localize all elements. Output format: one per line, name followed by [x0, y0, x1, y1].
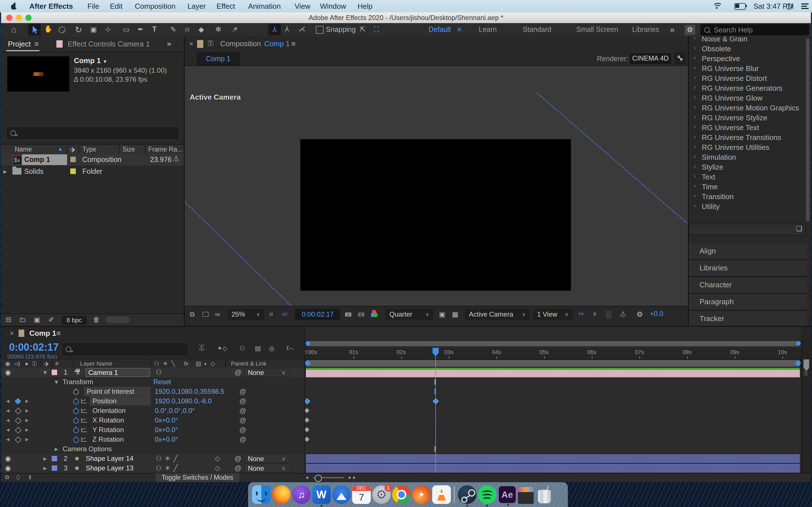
property-pickwhip-icon[interactable]: @ [239, 397, 246, 405]
spotify-dock-icon[interactable] [478, 485, 497, 504]
frame-blending-icon[interactable]: ▤ [255, 344, 261, 353]
row2-label-swatch[interactable] [70, 168, 76, 174]
home-tool[interactable]: ⌂ [11, 25, 16, 34]
panel-align[interactable]: Align [689, 243, 807, 260]
layer-name[interactable]: Shape Layer 14 [86, 455, 133, 462]
close-timeline-icon[interactable]: × [10, 329, 14, 338]
minimized-window-thumbnail[interactable] [518, 487, 534, 504]
system-preferences-dock-icon[interactable]: ⚙ 1 [372, 485, 391, 504]
apple-menu-icon[interactable] [11, 3, 17, 10]
project-panel-menu-icon[interactable]: ≡ [35, 40, 39, 48]
renderer-settings-wrench-icon[interactable]: 🔧︎ [674, 52, 686, 64]
panel-tracker[interactable]: Tracker [689, 311, 807, 326]
lock-icon[interactable]: ⚿ [208, 39, 213, 48]
renderer-button[interactable]: CINEMA 4D [629, 52, 672, 65]
work-area-end-handle[interactable] [796, 360, 801, 365]
roto-brush-tool[interactable]: ✻ [215, 25, 221, 34]
trash-icon[interactable]: 🗑︎ [93, 316, 100, 324]
transparency-grid-icon[interactable]: ▦ [452, 311, 458, 318]
menu-help[interactable]: Help [357, 0, 372, 12]
mask-visibility-icon[interactable]: ▱ [282, 310, 287, 318]
effects-category[interactable]: ›Time [689, 182, 804, 192]
layer-switch-icons[interactable]: ⚇☀╱ [156, 464, 180, 472]
menu-window[interactable]: Window [320, 0, 346, 12]
battery-icon[interactable] [734, 3, 747, 9]
effects-category[interactable]: ›RG Universe Glow [689, 93, 804, 103]
workspace-overflow-chevrons[interactable]: » [670, 25, 675, 34]
exposure-value[interactable]: +0.0 [650, 310, 663, 318]
property-label[interactable]: Point of Interest [87, 388, 134, 395]
tab-project[interactable]: Project [8, 40, 31, 48]
add-keyframe-toggle[interactable] [15, 427, 21, 434]
menu-animation[interactable]: Animation [248, 0, 281, 12]
stopwatch-icon[interactable] [73, 418, 79, 424]
graph-editor-icon[interactable]: 𝑓⌒ [287, 344, 293, 353]
close-window-button[interactable] [6, 15, 12, 21]
property-label[interactable]: X Rotation [93, 416, 124, 424]
project-search-input[interactable]: ▾ [6, 127, 179, 140]
property-row-z-rotation[interactable]: ◀ ▶ Z Rotation 0x+0.0° @ [1, 435, 305, 445]
view-layout-dropdown[interactable]: 1 View ∨ [533, 309, 573, 320]
exposure-reset-icon[interactable]: ❂ [637, 311, 643, 318]
property-row-orientation[interactable]: ◀ ▶ Orientation 0.0°,0.0°,0.0° @ [1, 406, 305, 416]
twirl-down-icon[interactable]: ▾ [55, 378, 58, 386]
rectangle-tool[interactable]: ▭ [123, 25, 130, 34]
layer-color-swatch[interactable] [51, 455, 57, 462]
music-app-dock-icon[interactable]: ♫ [292, 485, 311, 504]
chrome-dock-icon[interactable] [392, 485, 411, 504]
project-tabs-overflow[interactable]: » [167, 39, 171, 48]
snapshot-icon[interactable]: 📷︎ [345, 311, 352, 318]
project-settings-icon[interactable]: ✐ [49, 316, 54, 324]
new-folder-icon[interactable]: 🗀︎ [19, 316, 26, 324]
transform-reset-link[interactable]: Reset [153, 378, 171, 386]
stopwatch-icon[interactable] [73, 408, 79, 414]
new-animation-preset-icon[interactable]: ❏ [796, 225, 802, 233]
property-value[interactable]: 0x+0.0° [155, 416, 178, 424]
word-dock-icon[interactable]: W [312, 485, 331, 504]
timeline-right-scroll-column[interactable]: ⚿ [801, 340, 811, 473]
layer-name-column[interactable]: Layer Name [80, 360, 112, 367]
property-label[interactable]: Position [93, 397, 116, 405]
navigator-end-handle[interactable] [796, 341, 801, 346]
effects-category[interactable]: ›Text [689, 172, 804, 182]
parent-dropdown[interactable]: None ∨ [244, 368, 290, 377]
property-value[interactable]: 1920.0,1080.0,35598.5 [155, 388, 224, 395]
parent-dropdown[interactable]: None ∨ [244, 454, 290, 463]
comp-tab[interactable]: Comp 1 [197, 52, 239, 65]
timeline-zoom-knob[interactable] [315, 474, 322, 482]
wifi-icon[interactable] [712, 2, 721, 10]
stopwatch-icon[interactable] [73, 428, 79, 433]
flowchart-icon[interactable]: ⏃ [172, 155, 180, 163]
prev-keyframe-icon[interactable]: ◀ [6, 425, 10, 435]
property-value[interactable]: 1920.0,1080.0,-6.0 [155, 397, 212, 405]
pen-tool[interactable]: ✒ [138, 25, 144, 34]
new-composition-icon[interactable]: ▣ [34, 316, 40, 324]
navigator-start-handle[interactable] [306, 341, 310, 346]
vr-goggles-icon[interactable]: ∞ [215, 311, 220, 318]
zoom-out-mountain-icon[interactable]: ▲ [305, 474, 310, 480]
zoom-in-mountains-icon[interactable]: ▲▲ [347, 474, 356, 480]
add-keyframe-toggle[interactable] [15, 407, 21, 414]
property-label[interactable]: Orientation [93, 407, 125, 414]
effects-category[interactable]: ›RG Universe Stylize [689, 113, 804, 123]
graph-toggle-icon[interactable] [81, 428, 87, 432]
panel-paragraph[interactable]: Paragraph [689, 294, 807, 311]
eye-icon[interactable]: ◉ [5, 455, 11, 462]
panel-libraries[interactable]: Libraries [689, 260, 807, 277]
keyframe-diamond[interactable] [305, 427, 310, 432]
disclosure-chevron-icon[interactable]: ▸ [3, 167, 7, 175]
effects-category[interactable]: ›RG Universe Motion Graphics [689, 103, 804, 113]
layer-switch-icons[interactable]: ⚇☀╱ [156, 455, 180, 462]
property-pickwhip-icon[interactable]: @ [239, 416, 246, 424]
prev-keyframe-icon[interactable]: ◀ [6, 406, 10, 415]
comp-panel-menu-icon[interactable]: ≡ [291, 40, 296, 48]
property-label[interactable]: Z Rotation [93, 436, 124, 443]
3d-layer-cube-icon[interactable]: ◇ [215, 464, 220, 472]
fast-previews-icon[interactable]: ⚡︎ [592, 311, 597, 318]
layer-color-swatch[interactable] [51, 465, 57, 471]
magnification-dropdown[interactable]: 25% ∨ [227, 309, 264, 320]
timeline-search-input[interactable]: ▾ [61, 342, 188, 356]
interpret-footage-icon[interactable]: ⊟ [6, 316, 11, 324]
effects-category[interactable]: ›Obsolete [689, 44, 804, 54]
menu-view[interactable]: View [295, 0, 310, 12]
